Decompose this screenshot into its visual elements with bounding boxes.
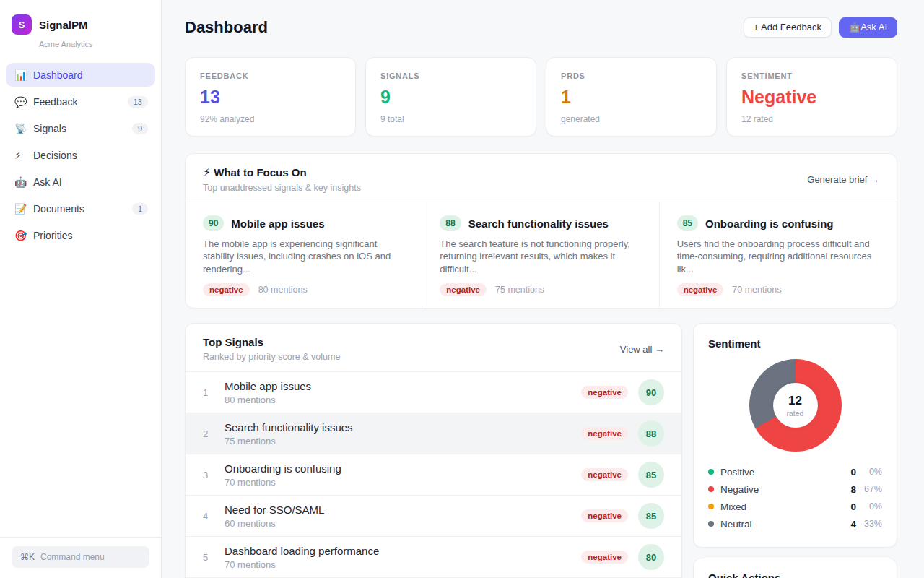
score-circle-badge: 80 — [638, 544, 664, 570]
legend-dot — [708, 486, 714, 492]
signal-rank: 5 — [203, 552, 225, 563]
stat-subtext: 9 total — [380, 114, 521, 124]
nav-item-icon: 🎯 — [14, 230, 33, 241]
stat-value: 13 — [200, 87, 341, 108]
nav-item-label: Signals — [33, 123, 132, 134]
sentiment-badge: negative — [581, 468, 628, 481]
page-title: Dashboard — [185, 18, 268, 37]
command-menu-button[interactable]: ⌘K Command menu — [12, 546, 149, 568]
legend-dot — [708, 504, 714, 509]
rated-total: 12 — [788, 394, 802, 408]
signal-row[interactable]: 2 Search functionality issues 75 mention… — [186, 413, 681, 454]
signal-mentions: 60 mentions — [225, 518, 581, 529]
signals-list: 1 Mobile app issues 80 mentions negative… — [186, 371, 681, 578]
stat-subtext: generated — [561, 114, 702, 124]
sidebar-nav-item[interactable]: 📊 Dashboard — [6, 63, 155, 87]
focus-card[interactable]: 88 Search functionality issues The searc… — [422, 202, 659, 308]
legend-row: Mixed 0 0% — [708, 498, 882, 515]
top-signals-panel: Top Signals Ranked by priority score & v… — [185, 323, 682, 578]
signal-rank: 1 — [203, 387, 225, 398]
signal-rank: 3 — [203, 470, 225, 480]
focus-card[interactable]: 90 Mobile app issues The mobile app is e… — [186, 202, 422, 308]
focus-subtitle: Top unaddressed signals & key insights — [203, 183, 361, 193]
legend-count: 4 — [850, 519, 856, 530]
command-menu-label: Command menu — [40, 552, 105, 562]
sidebar-nav: 📊 Dashboard 💬 Feedback 13 📡 Signals 9 ⚡ … — [0, 57, 161, 537]
sentiment-donut-chart: 12 rated — [749, 359, 842, 452]
focus-card[interactable]: 85 Onboarding is confusing Users find th… — [660, 202, 897, 308]
sentiment-badge: negative — [440, 283, 487, 296]
signal-rank: 2 — [203, 428, 225, 439]
legend-count: 8 — [850, 484, 856, 495]
signal-mentions: 80 mentions — [225, 394, 581, 405]
donut-center: 12 rated — [773, 383, 818, 428]
add-feedback-button[interactable]: + Add Feedback — [744, 17, 832, 38]
signal-row[interactable]: 3 Onboarding is confusing 70 mentions ne… — [186, 454, 681, 495]
sentiment-legend: Positive 0 0% Negative 8 67% — [708, 463, 882, 532]
score-badge: 90 — [203, 215, 224, 231]
stat-label: SIGNALS — [380, 72, 521, 80]
legend-count: 0 — [850, 467, 856, 478]
legend-label: Mixed — [720, 501, 850, 512]
focus-card-title: Search functionality issues — [468, 217, 609, 230]
stat-value: Negative — [741, 87, 882, 108]
mentions-count: 70 mentions — [732, 285, 781, 295]
nav-item-icon: 📝 — [14, 204, 33, 214]
legend-label: Positive — [720, 467, 850, 478]
sidebar: S SignalPM Acme Analytics 📊 Dashboard 💬 … — [0, 0, 162, 578]
legend-percent: 67% — [856, 484, 882, 494]
nav-item-label: Decisions — [33, 150, 148, 161]
sentiment-badge: negative — [203, 283, 250, 296]
legend-percent: 33% — [856, 519, 882, 529]
stat-value: 1 — [561, 87, 702, 108]
nav-item-icon: 📊 — [14, 70, 33, 80]
lightning-icon: ⚡ — [203, 165, 211, 179]
nav-item-count-badge: 13 — [128, 96, 148, 108]
score-circle-badge: 88 — [638, 420, 664, 447]
nav-item-count-badge: 1 — [132, 203, 148, 215]
sentiment-badge: negative — [581, 386, 628, 399]
legend-count: 0 — [850, 501, 856, 512]
stat-card: SIGNALS 9 9 total — [365, 57, 536, 137]
legend-label: Neutral — [720, 519, 850, 530]
signal-row[interactable]: 4 Need for SSO/SAML 60 mentions negative… — [186, 495, 681, 536]
stat-subtext: 12 rated — [741, 114, 882, 124]
nav-item-icon: 📡 — [14, 124, 33, 134]
focus-card-description: The mobile app is experiencing significa… — [203, 238, 404, 275]
legend-percent: 0% — [856, 501, 882, 512]
sidebar-nav-item[interactable]: 🎯 Priorities — [6, 223, 155, 247]
sidebar-nav-item[interactable]: 🤖 Ask AI — [6, 170, 155, 194]
sentiment-badge: negative — [677, 283, 724, 296]
sidebar-nav-item[interactable]: 📝 Documents 1 — [6, 197, 155, 220]
quick-actions-title: Quick Actions — [705, 571, 885, 578]
legend-row: Negative 8 67% — [708, 480, 882, 498]
app-name: SignalPM — [39, 19, 88, 31]
focus-panel: ⚡ What to Focus On Top unaddressed signa… — [185, 153, 897, 309]
nav-item-icon: 🤖 — [14, 177, 33, 187]
ask-ai-button[interactable]: 🤖Ask AI — [839, 17, 897, 38]
top-signals-title: Top Signals — [203, 336, 340, 348]
top-signals-subtitle: Ranked by priority score & volume — [203, 352, 340, 362]
topbar: Dashboard + Add Feedback 🤖Ask AI — [185, 17, 897, 38]
stats-row: FEEDBACK 13 92% analyzed SIGNALS 9 9 tot… — [185, 57, 897, 137]
sidebar-nav-item[interactable]: 📡 Signals 9 — [6, 116, 155, 140]
view-all-link[interactable]: View all → — [620, 344, 664, 355]
signal-title: Mobile app issues — [225, 380, 581, 392]
workspace-name: Acme Analytics — [39, 40, 149, 48]
stat-label: FEEDBACK — [200, 72, 341, 80]
mentions-count: 75 mentions — [495, 285, 544, 295]
signal-row[interactable]: 5 Dashboard loading performance 70 menti… — [186, 536, 681, 577]
legend-row: Neutral 4 33% — [708, 515, 882, 532]
signal-title: Need for SSO/SAML — [225, 504, 581, 516]
sentiment-badge: negative — [581, 427, 628, 440]
sentiment-panel: Sentiment 12 rated Positive — [693, 323, 897, 548]
rated-label: rated — [787, 409, 804, 418]
signal-title: Onboarding is confusing — [225, 462, 581, 475]
generate-brief-link[interactable]: Generate brief → — [807, 174, 879, 185]
signal-row[interactable]: 1 Mobile app issues 80 mentions negative… — [186, 371, 681, 413]
sidebar-footer: ⌘K Command menu — [0, 537, 161, 578]
nav-item-count-badge: 9 — [132, 123, 148, 134]
legend-label: Negative — [720, 484, 850, 495]
sidebar-nav-item[interactable]: 💬 Feedback 13 — [6, 90, 155, 113]
sidebar-nav-item[interactable]: ⚡ Decisions — [6, 143, 155, 167]
